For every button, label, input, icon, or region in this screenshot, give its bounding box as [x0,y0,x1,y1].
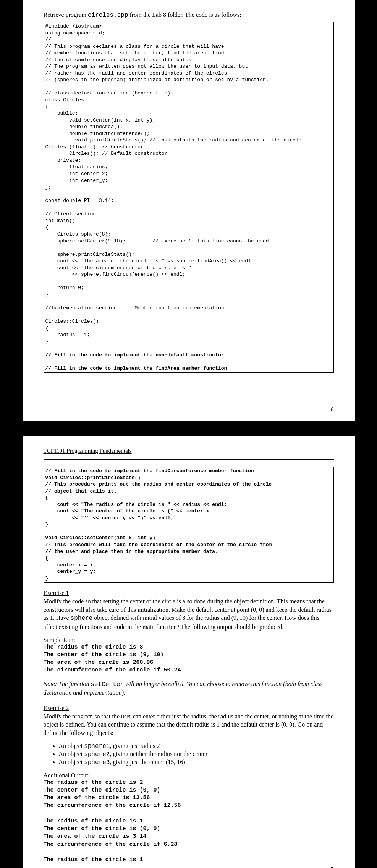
page-number: 6 [331,406,334,413]
sample-run-output: The radius of the circle is 8 The center… [44,644,334,675]
exercise-2-body: Modify the program so that the user can … [44,712,334,737]
object-list: An object sphere1, giving just radius 2 … [44,743,334,766]
page-6: Retrieve program circles.cpp from the La… [23,0,355,421]
intro-prefix: Retrieve program [44,11,88,18]
list-item: An object sphere2, giving neither the ra… [59,751,334,758]
intro-filename: circles.cpp [88,12,128,19]
exercise-1-body: Modify the code so that setting the cent… [44,597,334,631]
sphere-code: sphere [71,615,93,622]
intro-suffix: from the Lab 8 folder. The code is as fo… [128,11,241,18]
code-listing-1: #include <iostream> using namespace std;… [44,22,334,373]
exercise-2-title: Exercise 2 [44,705,334,712]
additional-output: The radius of the circle is 2 The center… [44,779,334,864]
code-body-2: void Circles::printCircleStats() // This… [45,475,272,581]
code-listing-2: // Fill in the code to implement the fin… [44,467,334,583]
note-text: Note: The function setCenter will no lon… [44,680,334,697]
setcenter-code: setCenter [91,681,123,688]
sample-run-label: Sample Run: [44,637,334,644]
page-7: TCP1101 Programming Fundamentals // Fill… [23,436,355,868]
code-body: #include <iostream> using namespace std;… [45,23,305,345]
code-fill-2: // Fill in the code to implement the fin… [45,366,227,371]
intro-text: Retrieve program circles.cpp from the La… [44,11,334,19]
code-fill-3: // Fill in the code to implement the fin… [45,468,254,474]
page-header: TCP1101 Programming Fundamentals [44,448,132,454]
code-fill-1: // Fill in the code to implement the non… [45,352,224,358]
page-header-wrap: TCP1101 Programming Fundamentals [44,447,334,460]
exercise-1-title: Exercise 1 [44,590,334,597]
list-item: An object sphere3, giving just the cente… [59,759,334,766]
page-number: 7 [331,866,334,868]
list-item: An object sphere1, giving just radius 2 [59,743,334,750]
additional-output-label: Additional Output: [44,772,334,779]
